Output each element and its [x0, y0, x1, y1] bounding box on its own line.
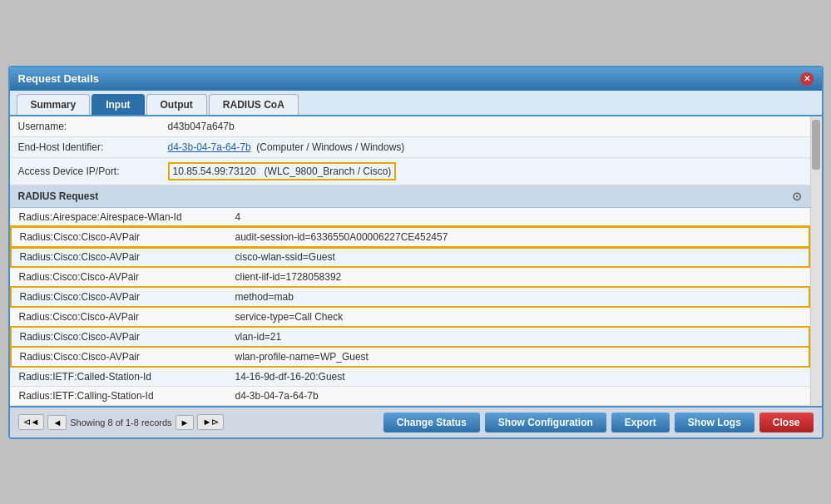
radius-val: audit-session-id=6336550A00006227CE45245… — [227, 227, 809, 247]
show-configuration-button[interactable]: Show Configuration — [485, 413, 606, 432]
access-device-highlight: 10.85.54.99:73120 (WLC_9800_Branch / Cis… — [168, 162, 397, 180]
radius-key: Radius:Cisco:Cisco-AVPair — [11, 347, 227, 367]
access-device-label: Access Device IP/Port: — [10, 157, 160, 185]
radius-val: cisco-wlan-ssid=Guest — [227, 247, 809, 267]
close-icon[interactable]: ✕ — [800, 72, 814, 86]
radius-val: 4 — [227, 208, 809, 227]
nav-first-button[interactable]: ⊲◄ — [18, 414, 45, 430]
radius-val: client-iif-id=1728058392 — [227, 267, 809, 287]
radius-key: Radius:IETF:Called-Station-Id — [11, 367, 227, 387]
close-button[interactable]: Close — [759, 413, 814, 432]
circle-icon: ⊙ — [792, 190, 802, 203]
list-item: Radius:Cisco:Cisco-AVPair cisco-wlan-ssi… — [11, 247, 809, 267]
content-area: Username: d43b047a647b End-Host Identifi… — [10, 116, 822, 406]
radius-val: service-type=Call Check — [227, 307, 809, 327]
title-bar: Request Details ✕ — [10, 67, 822, 91]
radius-val: wlan-profile-name=WP_Guest — [227, 347, 809, 367]
radius-key: Radius:Cisco:Cisco-AVPair — [11, 287, 227, 307]
nav-next-button[interactable]: ► — [176, 415, 195, 430]
tab-output[interactable]: Output — [146, 94, 207, 115]
pagination-area: ⊲◄ ◄ Showing 8 of 1-8 records ► ►⊳ — [18, 414, 225, 430]
radius-section-title: RADIUS Request — [18, 190, 99, 202]
list-item: Radius:Airespace:Airespace-Wlan-Id 4 — [11, 208, 809, 227]
radius-val: vlan-id=21 — [227, 327, 809, 347]
show-logs-button[interactable]: Show Logs — [675, 413, 754, 432]
radius-val: 14-16-9d-df-16-20:Guest — [227, 367, 809, 387]
radius-val: method=mab — [227, 287, 809, 307]
action-buttons: Change Status Show Configuration Export … — [383, 413, 814, 432]
tab-summary[interactable]: Summary — [17, 94, 91, 115]
request-details-dialog: Request Details ✕ Summary Input Output R… — [8, 66, 824, 439]
username-label: Username: — [10, 116, 160, 137]
radius-table: Radius:Airespace:Airespace-Wlan-Id 4 Rad… — [10, 208, 810, 406]
radius-key: Radius:Cisco:Cisco-AVPair — [11, 247, 227, 267]
endhost-extra: (Computer / Windows / Windows) — [254, 141, 404, 153]
username-value: d43b047a647b — [160, 116, 810, 137]
table-row: Username: d43b047a647b — [10, 116, 810, 137]
list-item: Radius:Cisco:Cisco-AVPair wlan-profile-n… — [11, 347, 809, 367]
list-item: Radius:Cisco:Cisco-AVPair vlan-id=21 — [11, 327, 809, 347]
change-status-button[interactable]: Change Status — [383, 413, 480, 432]
nav-last-button[interactable]: ►⊳ — [197, 414, 224, 430]
radius-key: Radius:Cisco:Cisco-AVPair — [11, 327, 227, 347]
main-content: Username: d43b047a647b End-Host Identifi… — [10, 116, 810, 406]
tab-bar: Summary Input Output RADIUS CoA — [10, 91, 822, 116]
radius-key: Radius:Cisco:Cisco-AVPair — [11, 227, 227, 247]
showing-text: Showing 8 of 1-8 records — [70, 418, 171, 427]
footer: ⊲◄ ◄ Showing 8 of 1-8 records ► ►⊳ Chang… — [10, 406, 822, 437]
dialog-title: Request Details — [18, 72, 100, 85]
info-table: Username: d43b047a647b End-Host Identifi… — [10, 116, 810, 185]
list-item: Radius:Cisco:Cisco-AVPair service-type=C… — [11, 307, 809, 327]
list-item: Radius:IETF:Calling-Station-Id d4-3b-04-… — [11, 386, 809, 405]
radius-section-header: RADIUS Request ⊙ — [10, 185, 810, 208]
radius-key: Radius:Cisco:Cisco-AVPair — [11, 307, 227, 327]
scrollbar[interactable] — [810, 116, 822, 406]
list-item: Radius:Cisco:Cisco-AVPair method=mab — [11, 287, 809, 307]
tab-radius-coa[interactable]: RADIUS CoA — [209, 94, 299, 115]
tab-input[interactable]: Input — [92, 94, 144, 115]
radius-key: Radius:IETF:Calling-Station-Id — [11, 386, 227, 405]
radius-val: d4-3b-04-7a-64-7b — [227, 386, 809, 405]
table-row: Access Device IP/Port: 10.85.54.99:73120… — [10, 157, 810, 185]
radius-key: Radius:Airespace:Airespace-Wlan-Id — [11, 208, 227, 227]
export-button[interactable]: Export — [611, 413, 670, 432]
access-device-value: 10.85.54.99:73120 (WLC_9800_Branch / Cis… — [160, 157, 810, 185]
endhost-value: d4-3b-04-7a-64-7b (Computer / Windows / … — [160, 136, 810, 157]
list-item: Radius:Cisco:Cisco-AVPair client-iif-id=… — [11, 267, 809, 287]
endhost-label: End-Host Identifier: — [10, 136, 160, 157]
table-row: End-Host Identifier: d4-3b-04-7a-64-7b (… — [10, 136, 810, 157]
nav-prev-button[interactable]: ◄ — [47, 415, 67, 430]
list-item: Radius:Cisco:Cisco-AVPair audit-session-… — [11, 227, 809, 247]
scrollbar-thumb[interactable] — [812, 120, 820, 170]
radius-key: Radius:Cisco:Cisco-AVPair — [11, 267, 227, 287]
list-item: Radius:IETF:Called-Station-Id 14-16-9d-d… — [11, 367, 809, 387]
endhost-link[interactable]: d4-3b-04-7a-64-7b — [168, 141, 251, 153]
